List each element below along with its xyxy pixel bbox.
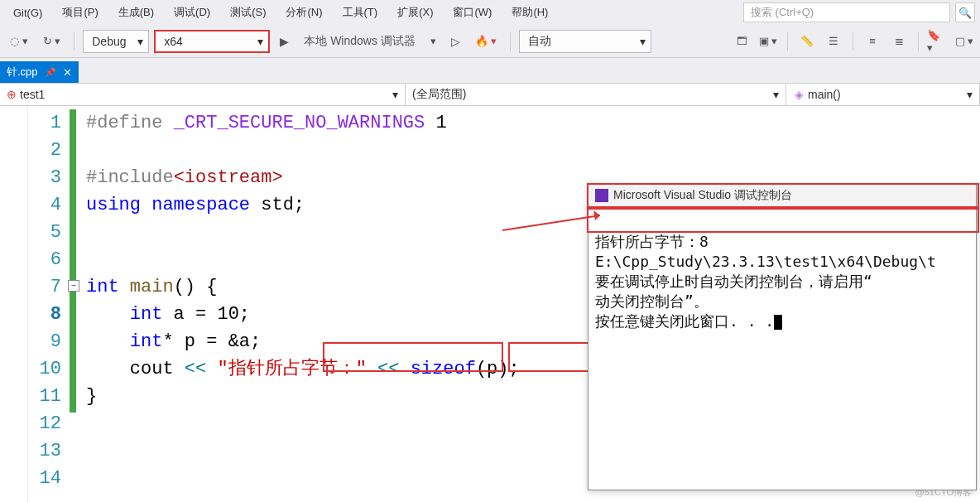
file-tab-filename: 针.cpp: [7, 65, 38, 80]
console-line: 动关闭控制台”。: [595, 292, 709, 310]
breakpoint-margin[interactable]: [0, 106, 28, 502]
stack-icon[interactable]: ☰: [823, 31, 844, 52]
chevron-down-icon: ▾: [967, 88, 973, 101]
platform-label: x64: [164, 35, 183, 48]
file-tab-strip: 针.cpp 📌 ✕: [0, 58, 980, 83]
change-indicator: [70, 109, 76, 413]
console-output: 指针所占字节：8 E:\Cpp_Study\23.3.13\test1\x64\…: [588, 207, 976, 356]
redo-dropdown[interactable]: ↻ ▾: [38, 33, 66, 49]
console-titlebar[interactable]: Microsoft Visual Studio 调试控制台: [588, 185, 976, 207]
nav-func-dropdown[interactable]: ◈ main() ▾: [786, 84, 979, 105]
back-dropdown[interactable]: ◌ ▾: [5, 33, 33, 49]
line-number-gutter: 1234567891011121314: [28, 106, 70, 502]
toolbar-separator: [74, 32, 74, 51]
config-combo[interactable]: Debug ▾: [83, 30, 149, 53]
plus-icon: ⊕: [7, 88, 17, 101]
nav-project-label: test1: [20, 88, 45, 101]
comment-icon[interactable]: ▢ ▾: [954, 31, 975, 52]
start-nodebug-button[interactable]: ▷: [446, 33, 465, 50]
menu-build[interactable]: 生成(B): [110, 2, 162, 23]
magnifier-icon: 🔍: [958, 7, 972, 19]
menu-debug[interactable]: 调试(D): [166, 2, 219, 23]
config-label: Debug: [92, 35, 126, 48]
console-line: 按任意键关闭此窗口. . .: [595, 312, 774, 330]
nav-func-label: main(): [808, 88, 841, 101]
nav-scope-dropdown[interactable]: (全局范围) ▾: [406, 84, 786, 105]
search-input[interactable]: 搜索 (Ctrl+Q): [743, 2, 950, 22]
chevron-down-icon: ▾: [137, 35, 143, 48]
menu-git[interactable]: Git(G): [5, 3, 50, 22]
toolbar: ◌ ▾ ↻ ▾ Debug ▾ x64 ▾ ▶ 本地 Windows 调试器 ▾…: [0, 25, 980, 58]
hot-reload-icon[interactable]: 🔥 ▾: [470, 33, 502, 49]
debugger-dropdown[interactable]: ▾: [425, 33, 441, 49]
platform-combo[interactable]: x64 ▾: [154, 30, 270, 53]
close-tab-icon[interactable]: ✕: [63, 66, 72, 79]
debug-console-window[interactable]: Microsoft Visual Studio 调试控制台 指针所占字节：8 E…: [588, 184, 977, 490]
menu-bar: Git(G) 项目(P) 生成(B) 调试(D) 测试(S) 分析(N) 工具(…: [0, 0, 980, 25]
search-placeholder: 搜索 (Ctrl+Q): [751, 5, 814, 20]
nav-project-dropdown[interactable]: ⊕ test1 ▾: [0, 84, 406, 105]
indent-icon[interactable]: ≡: [862, 31, 883, 52]
auto-combo[interactable]: 自动 ▾: [519, 30, 651, 53]
menu-analyze[interactable]: 分析(N): [277, 2, 330, 23]
pin-icon[interactable]: 📌: [45, 67, 56, 78]
toolbar-separator: [853, 32, 853, 51]
console-line: 指针所占字节：8: [595, 233, 709, 250]
nav-bar: ⊕ test1 ▾ (全局范围) ▾ ◈ main() ▾: [0, 83, 980, 106]
menu-test[interactable]: 测试(S): [222, 2, 274, 23]
console-line: 要在调试停止时自动关闭控制台，请启用“: [595, 273, 872, 290]
layout-icon[interactable]: ▣ ▾: [757, 31, 779, 52]
window-icon[interactable]: 🗔: [731, 31, 752, 52]
menu-help[interactable]: 帮助(H): [503, 2, 556, 23]
toolbar-separator: [918, 32, 919, 51]
cube-icon: ◈: [793, 89, 805, 100]
menu-ext[interactable]: 扩展(X): [389, 2, 441, 23]
chevron-down-icon: ▾: [773, 88, 779, 101]
file-tab-active[interactable]: 针.cpp 📌 ✕: [0, 61, 79, 83]
menu-project[interactable]: 项目(P): [54, 2, 106, 23]
auto-label: 自动: [528, 34, 551, 49]
ruler-icon[interactable]: 📏: [796, 31, 818, 52]
nav-scope-label: (全局范围): [412, 87, 466, 102]
cursor-block: [774, 315, 782, 330]
toolbar-separator: [510, 32, 511, 51]
debugger-label[interactable]: 本地 Windows 调试器: [299, 32, 420, 51]
search-button[interactable]: 🔍: [955, 2, 975, 22]
toolbar-separator: [787, 32, 788, 51]
chevron-down-icon: ▾: [640, 35, 646, 48]
console-line: E:\Cpp_Study\23.3.13\test1\x64\Debug\t: [595, 253, 936, 270]
vs-console-icon: [595, 189, 608, 202]
menu-tools[interactable]: 工具(T): [334, 2, 387, 23]
menu-window[interactable]: 窗口(W): [444, 2, 500, 23]
start-debug-button[interactable]: ▶: [275, 33, 294, 50]
bookmark-icon[interactable]: 🔖 ▾: [927, 31, 949, 52]
chevron-down-icon: ▾: [392, 88, 398, 101]
console-title-text: Microsoft Visual Studio 调试控制台: [613, 188, 792, 203]
chevron-down-icon: ▾: [257, 35, 263, 48]
outdent-icon[interactable]: ≣: [888, 31, 910, 52]
